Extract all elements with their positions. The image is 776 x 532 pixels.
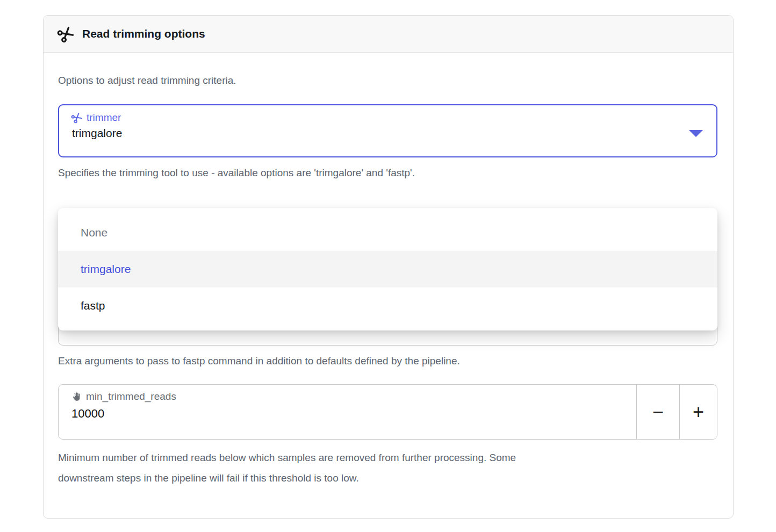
help-line-1: Minimum number of trimmed reads below wh… — [58, 448, 717, 468]
trimmer-field-label: trimmer — [87, 112, 121, 124]
extra-fastp-args-help-text: Extra arguments to pass to fastp command… — [58, 355, 717, 367]
trimmer-help-text: Specifies the trimming tool to use - ava… — [58, 167, 717, 179]
trimmer-select[interactable]: trimmer trimgalore — [58, 104, 717, 157]
trimmer-field-value: trimgalore — [72, 127, 703, 140]
scissors-icon — [59, 27, 73, 41]
decrement-button[interactable]: − — [636, 385, 679, 439]
hand-icon — [71, 392, 81, 401]
min-trimmed-reads-input[interactable]: min_trimmed_reads 10000 — [59, 385, 636, 439]
chevron-down-icon[interactable] — [689, 130, 703, 137]
scissors-icon — [72, 113, 82, 123]
dropdown-option-none[interactable]: None — [58, 214, 717, 251]
card-header: Read trimming options — [44, 16, 733, 53]
section-title: Read trimming options — [82, 27, 205, 40]
min-trimmed-reads-label-row: min_trimmed_reads — [71, 391, 623, 402]
increment-button[interactable]: + — [679, 385, 717, 439]
trimmer-label-row: trimmer — [72, 112, 703, 124]
dropdown-option-fastp[interactable]: fastp — [58, 287, 717, 324]
min-trimmed-reads-value: 10000 — [71, 407, 623, 421]
read-trimming-options-card: Read trimming options Options to adjust … — [43, 15, 734, 519]
min-trimmed-reads-field-group: min_trimmed_reads 10000 − + — [58, 384, 717, 440]
dropdown-option-trimgalore[interactable]: trimgalore — [58, 251, 717, 287]
min-trimmed-reads-label: min_trimmed_reads — [86, 391, 176, 402]
min-trimmed-reads-help-text: Minimum number of trimmed reads below wh… — [58, 448, 717, 488]
section-description: Options to adjust read trimming criteria… — [58, 75, 717, 87]
trimmer-dropdown-menu: None trimgalore fastp — [58, 208, 717, 330]
help-line-2: downstream steps in the pipeline will fa… — [58, 468, 717, 488]
card-body: Options to adjust read trimming criteria… — [44, 75, 733, 488]
